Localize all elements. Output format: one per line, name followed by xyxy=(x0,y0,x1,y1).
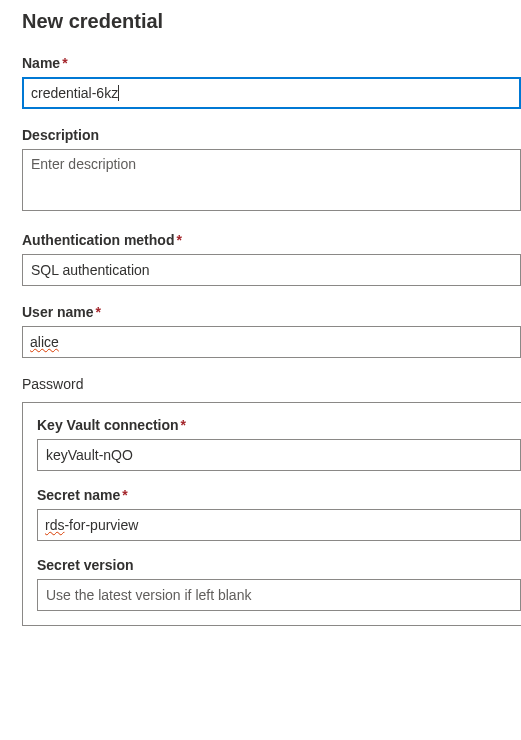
secret-name-label: Secret name* xyxy=(37,487,521,503)
keyvault-connection-field: Key Vault connection* keyVault-nQO xyxy=(37,417,521,471)
required-indicator: * xyxy=(96,304,101,320)
secret-version-label: Secret version xyxy=(37,557,521,573)
username-input[interactable] xyxy=(22,326,521,358)
name-field: Name* credential-6kz xyxy=(22,55,521,109)
description-field: Description xyxy=(22,127,521,214)
auth-method-select[interactable]: SQL authentication xyxy=(22,254,521,286)
page-title: New credential xyxy=(22,10,521,33)
secret-version-input[interactable] xyxy=(37,579,521,611)
keyvault-connection-select[interactable]: keyVault-nQO xyxy=(37,439,521,471)
password-section: Password Key Vault connection* keyVault-… xyxy=(22,376,521,626)
auth-method-label: Authentication method* xyxy=(22,232,521,248)
description-label: Description xyxy=(22,127,521,143)
name-input[interactable] xyxy=(22,77,521,109)
required-indicator: * xyxy=(62,55,67,71)
secret-name-field: Secret name* rds-for-purview xyxy=(37,487,521,541)
username-label: User name* xyxy=(22,304,521,320)
name-label: Name* xyxy=(22,55,521,71)
secret-name-input[interactable] xyxy=(37,509,521,541)
required-indicator: * xyxy=(176,232,181,248)
username-field: User name* alice xyxy=(22,304,521,358)
password-group-title: Password xyxy=(22,376,521,392)
required-indicator: * xyxy=(122,487,127,503)
secret-version-field: Secret version xyxy=(37,557,521,611)
description-input[interactable] xyxy=(22,149,521,211)
password-group-box: Key Vault connection* keyVault-nQO Secre… xyxy=(22,402,521,626)
keyvault-connection-label: Key Vault connection* xyxy=(37,417,521,433)
required-indicator: * xyxy=(181,417,186,433)
auth-method-field: Authentication method* SQL authenticatio… xyxy=(22,232,521,286)
